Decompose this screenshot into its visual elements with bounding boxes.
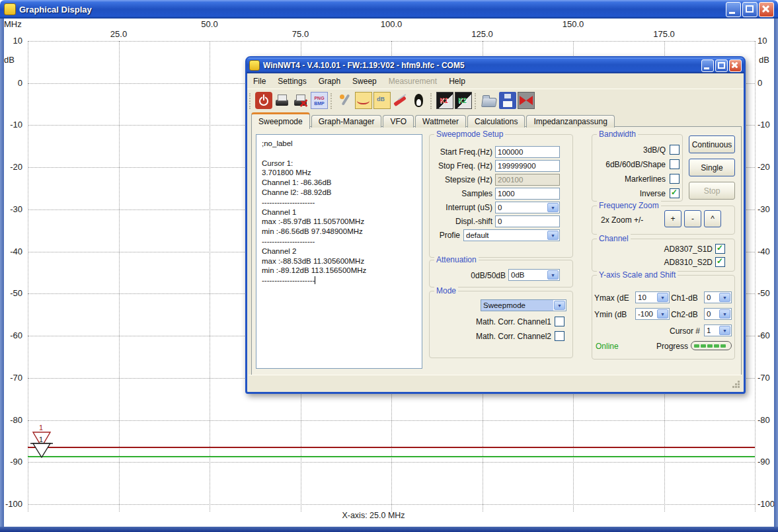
- app-close-button[interactable]: [729, 59, 742, 72]
- ad8307-s1d-label: AD8307_S1D: [620, 245, 713, 254]
- outer-titlebar[interactable]: Graphical Display: [0, 0, 778, 19]
- app-maximize-button[interactable]: [715, 59, 728, 72]
- disconnect-icon[interactable]: [518, 92, 535, 109]
- zoom-out-button[interactable]: -: [684, 210, 701, 227]
- cursor-markers[interactable]: 1 1: [26, 422, 57, 461]
- math-corr-channel2-checkbox[interactable]: [555, 331, 564, 341]
- stop-button[interactable]: Stop: [689, 182, 735, 200]
- continuous-button[interactable]: Continuous: [689, 135, 735, 153]
- tab-wattmeter[interactable]: Wattmeter: [415, 115, 466, 128]
- close-icon: [761, 5, 770, 13]
- save-file-icon[interactable]: [499, 92, 516, 109]
- toolbar-separator: [249, 93, 252, 109]
- v-gridline: [210, 41, 210, 512]
- ymax-select[interactable]: 10 ▼: [635, 291, 670, 303]
- zoom-reset-button[interactable]: ^: [704, 210, 721, 227]
- cursor-number-label: Cursor #: [619, 326, 700, 336]
- zoom-label: 2x Zoom +/-: [601, 215, 659, 225]
- db-scale-icon[interactable]: dB: [373, 92, 391, 109]
- 6db-60db-shape-checkbox[interactable]: [670, 159, 680, 169]
- ch1-db-select[interactable]: 0 ▼: [704, 291, 732, 303]
- menu-file[interactable]: File: [247, 74, 272, 89]
- print-cancel-icon[interactable]: [292, 92, 309, 109]
- markerlines-checkbox[interactable]: [670, 174, 680, 184]
- open-file-icon[interactable]: [481, 92, 498, 109]
- measurement-info-text[interactable]: ;no_label Cursor 1: 3.701800 MHz Channel…: [256, 134, 422, 369]
- app-minimize-button[interactable]: [701, 59, 714, 72]
- app-icon: [4, 3, 16, 15]
- ch2-db-select[interactable]: 0 ▼: [704, 308, 732, 320]
- y-tick-label-left: 10: [1, 36, 22, 46]
- attenuation-select[interactable]: 0dB ▼: [508, 269, 560, 281]
- print-icon[interactable]: [274, 92, 291, 109]
- math-corr-channel1-label: Math. Corr. Channel1: [465, 317, 551, 327]
- 3db-q-checkbox[interactable]: [670, 145, 680, 155]
- app-window-title: WinNWT4 - V.4.10.01 - FW:1.19:V02 - hfm9…: [263, 61, 465, 70]
- icon-text: K1: [440, 97, 448, 104]
- interrupt-us-select[interactable]: 0▼: [495, 202, 560, 213]
- ad8310-s2d-checkbox[interactable]: [715, 257, 725, 267]
- tab-vfo[interactable]: VFO: [383, 115, 414, 128]
- minimize-icon: [704, 67, 709, 69]
- attenuation-label: 0dB/50dB: [455, 271, 506, 281]
- menu-help[interactable]: Help: [443, 74, 471, 89]
- info-text: ;no_label Cursor 1: 3.701800 MHz Channel…: [262, 139, 366, 284]
- mode-select[interactable]: Sweepmode ▼: [481, 299, 566, 311]
- chevron-down-icon: ▼: [554, 301, 565, 310]
- displ-shift-input[interactable]: 0: [495, 215, 560, 227]
- ad8307-s1d-checkbox[interactable]: [715, 244, 725, 254]
- minimize-icon: [729, 12, 735, 14]
- screen: Graphical Display MHz dB dB 101000-10-10…: [0, 0, 778, 532]
- graph-window-icon[interactable]: [355, 92, 372, 109]
- single-button[interactable]: Single: [689, 159, 735, 176]
- 3db-q-label: 3dB/Q: [592, 145, 666, 155]
- x-unit-label: MHz: [4, 19, 22, 29]
- maximize-button[interactable]: [742, 2, 758, 17]
- minimize-button[interactable]: [726, 2, 741, 17]
- zoom-in-button[interactable]: +: [664, 210, 681, 227]
- close-button[interactable]: [759, 2, 774, 17]
- tab-calculations[interactable]: Calculations: [467, 115, 525, 128]
- ch2-db-label: Ch2-dB: [671, 310, 701, 320]
- menu-graph[interactable]: Graph: [313, 74, 346, 89]
- toolbar-separator: [475, 93, 477, 109]
- k1-calibration-icon[interactable]: K1: [436, 92, 453, 109]
- linux-penguin-icon[interactable]: [410, 92, 428, 109]
- combo-value: 0: [705, 292, 719, 303]
- tab-graph-manager[interactable]: Graph-Manager: [311, 115, 382, 128]
- x-tick-label: 125.0: [466, 29, 499, 39]
- math-corr-channel1-checkbox[interactable]: [555, 317, 564, 326]
- math-corr-channel2-label: Math. Corr. Channel2: [465, 332, 551, 342]
- menu-settings[interactable]: Settings: [272, 74, 312, 89]
- settings-tools-icon[interactable]: [336, 92, 354, 109]
- samples-input[interactable]: 1000: [495, 188, 560, 200]
- tab-sweepmode[interactable]: Sweepmode: [251, 112, 310, 129]
- markerlines-label: Markerlines: [592, 174, 666, 184]
- profie-select[interactable]: default▼: [463, 229, 560, 241]
- y-tick-label-left: -10: [1, 120, 22, 130]
- k2-calibration-icon[interactable]: K2: [455, 92, 472, 109]
- y-tick-label-left: -20: [1, 162, 22, 172]
- app-titlebar[interactable]: WinNWT4 - V.4.10.01 - FW:1.19:V02 - hfm9…: [247, 57, 744, 73]
- y-tick-label-left: -70: [1, 373, 22, 383]
- menu-measurement[interactable]: Measurement: [383, 74, 443, 89]
- start-freq-hz-input[interactable]: 100000: [495, 146, 560, 158]
- power-icon[interactable]: [255, 92, 272, 109]
- y-tick-label-left: -90: [1, 457, 22, 467]
- displ-shift-label: Displ.-shift: [430, 217, 492, 227]
- maximize-icon: [718, 62, 725, 69]
- window-border-bottom: [0, 527, 778, 532]
- inverse-checkbox[interactable]: [670, 188, 680, 198]
- knife-tool-icon[interactable]: [392, 92, 409, 109]
- close-icon: [731, 61, 738, 69]
- ymin-select[interactable]: -100 ▼: [635, 308, 670, 320]
- tab-impedanzanpassung[interactable]: Impedanzanpassung: [526, 115, 614, 128]
- cursor-number-select[interactable]: 1 ▼: [704, 324, 732, 336]
- y-tick-label-left: -80: [1, 415, 22, 425]
- text-caret: [315, 276, 315, 284]
- x-tick-label: 100.0: [375, 19, 408, 29]
- stop-freq-hz-input[interactable]: 199999900: [495, 160, 560, 172]
- menu-sweep[interactable]: Sweep: [346, 74, 383, 89]
- export-image-icon[interactable]: PNGBMP: [311, 92, 328, 109]
- inverse-label: Inverse: [592, 189, 666, 199]
